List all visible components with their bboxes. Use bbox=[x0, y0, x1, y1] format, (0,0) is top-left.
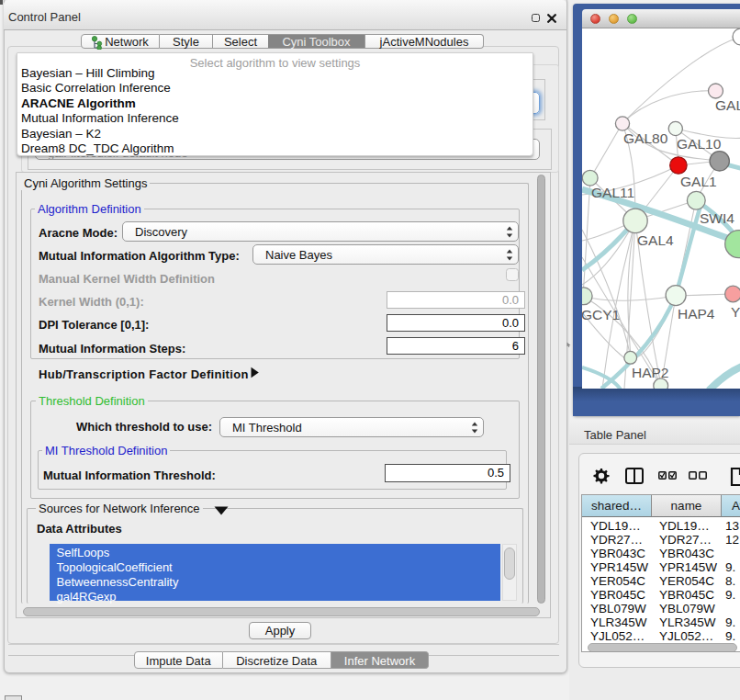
svg-text:GAL10: GAL10 bbox=[677, 136, 722, 152]
svg-text:GAL11: GAL11 bbox=[591, 185, 634, 200]
svg-text:HAP4: HAP4 bbox=[678, 306, 715, 322]
svg-text:GAL80: GAL80 bbox=[623, 130, 668, 146]
svg-text:SWI4: SWI4 bbox=[700, 210, 734, 226]
svg-text:Y: Y bbox=[731, 304, 740, 320]
svg-text:HAP2: HAP2 bbox=[632, 365, 669, 380]
svg-text:GAL4: GAL4 bbox=[637, 232, 674, 248]
svg-text:GCY1: GCY1 bbox=[582, 307, 620, 322]
svg-text:GAL1: GAL1 bbox=[680, 174, 717, 189]
svg-text:GAL7: GAL7 bbox=[715, 97, 740, 113]
